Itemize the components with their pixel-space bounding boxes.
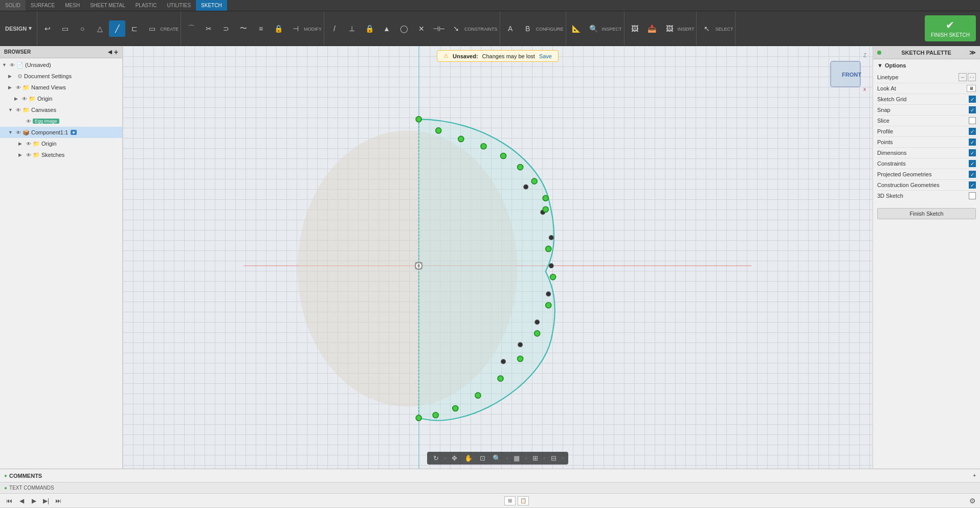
left-sidebar: BROWSER ◀ + ▼ 👁 📄 (Unsaved) ▶ ⚙ Document… [0,46,123,469]
timeline-icon-b[interactable]: 📋 [518,496,529,505]
lock-tool[interactable]: 🔒 [270,20,286,37]
svg-point-15 [549,264,553,268]
undo-tool[interactable]: ↩ [39,20,56,37]
3d-sketch-checkbox[interactable] [969,192,976,199]
zoom-icon[interactable]: 🔍 [491,453,503,463]
snap-checkbox[interactable]: ✓ [969,106,976,113]
constraints-checkbox[interactable]: ✓ [969,160,976,167]
constraint-lock[interactable]: 🔒 [361,20,377,37]
create-group: ↩ ▭ ○ △ ╱ ⊏ ▭ CREATE [37,11,181,45]
projected-geometries-label: Projected Geometries [877,171,931,177]
inspect-b[interactable]: 🔍 [586,20,602,37]
tree-item-egg-image[interactable]: 👁 Egg Image [0,116,122,127]
tab-mesh[interactable]: MESH [60,0,85,11]
triangle-tool[interactable]: △ [92,20,108,37]
timeline-icon-a[interactable]: ⊞ [504,496,516,505]
comments-bar: ● COMMENTS + [0,469,980,482]
grid-icon[interactable]: ⊞ [530,453,540,463]
sketch-canvas[interactable] [123,46,873,469]
finish-sketch-button[interactable]: ✔ FINISH SKETCH [925,15,976,41]
tree-item-unsaved[interactable]: ▼ 👁 📄 (Unsaved) [0,59,122,71]
constraint-perp[interactable]: ⊥ [344,20,360,37]
tree-item-component1[interactable]: ▼ 👁 📦 Component1:1 ● [0,127,122,138]
play-button[interactable]: ▶ [29,496,39,506]
linetype-control[interactable]: ─ - - [959,73,976,81]
tab-utilities[interactable]: UTILITIES [162,0,196,11]
sketch-grid-checkbox[interactable]: ✓ [969,96,976,103]
slot-tool[interactable]: ▭ [144,20,160,37]
tree-item-origin-1[interactable]: ▶ 👁 📁 Origin [0,93,122,104]
tab-surface[interactable]: SURFACE [26,0,60,11]
display-icon[interactable]: ▦ [511,453,522,463]
tab-bar: SOLID SURFACE MESH SHEET METAL PLASTIC U… [0,0,980,11]
snap-label: Snap [877,107,890,113]
go-to-start-button[interactable]: ⏮ [4,496,14,506]
inspect-measure[interactable]: 📐 [568,20,585,37]
tree-item-origin-2[interactable]: ▶ 👁 📁 Origin [0,138,122,149]
browser-collapse-icon[interactable]: ◀ [108,49,112,55]
design-dropdown[interactable]: DESIGN ▾ [0,11,37,45]
tab-solid[interactable]: SOLID [0,0,26,11]
constraint-arrow[interactable]: ➘ [448,20,464,37]
constraint-cross[interactable]: ✕ [413,20,430,37]
tab-sketch[interactable]: SKETCH [196,0,227,11]
tab-plastic[interactable]: PLASTIC [130,0,162,11]
save-button[interactable]: Save [539,53,552,59]
palette-row-lookat: Look At 🖥 [877,83,976,94]
dimensions-checkbox[interactable]: ✓ [969,149,976,156]
canvas-area[interactable]: ⚠ Unsaved: Changes may be lost Save [123,46,873,469]
slice-checkbox[interactable] [969,117,976,124]
projected-geometries-checkbox[interactable]: ✓ [969,171,976,178]
palette-collapse-icon[interactable]: ≫ [969,49,976,56]
insert-canvas[interactable]: 🖼 [627,20,643,37]
constraint-circle[interactable]: ◯ [396,20,412,37]
break-tool[interactable]: 〜 [235,20,252,37]
construction-geometries-checkbox[interactable]: ✓ [969,181,976,189]
svg-point-17 [535,320,540,325]
pan-icon[interactable]: ✥ [450,453,459,463]
step-forward-button[interactable]: ▶| [41,496,51,506]
tree-item-named-views[interactable]: ▶ 👁 📁 Named Views [0,82,122,93]
orbit-icon[interactable]: ↻ [431,453,441,463]
configure-a[interactable]: A [502,20,519,37]
configure-b[interactable]: B [520,20,536,37]
tree-item-canvases[interactable]: ▼ 👁 📁 Canvases [0,104,122,116]
zoom-fit-icon[interactable]: ⊡ [478,453,487,463]
view-icon[interactable]: ⊟ [549,453,559,463]
comments-toggle-icon[interactable]: + [973,473,976,478]
circle-tool[interactable]: ○ [74,20,91,37]
points-checkbox[interactable]: ✓ [969,138,976,146]
offset-tool[interactable]: ≡ [253,20,269,37]
go-to-end-button[interactable]: ⏭ [53,496,63,506]
tree-item-document-settings[interactable]: ▶ ⚙ Document Settings [0,71,122,82]
step-back-button[interactable]: ◀ [16,496,27,506]
palette-options-header[interactable]: ▼ Options [877,62,976,68]
linetype-dashed-icon[interactable]: - - [968,73,976,81]
tab-sheet-metal[interactable]: SHEET METAL [85,0,130,11]
insert-b[interactable]: 📥 [644,20,660,37]
tree-item-sketches[interactable]: ▶ 👁 📁 Sketches [0,149,122,160]
view-cube[interactable]: Z x FRONT [827,51,867,92]
constraint-triangle[interactable]: ▲ [378,20,395,37]
mirror-tool[interactable]: ⊣ [287,20,304,37]
constraint-mirror[interactable]: ⊣⊢ [431,20,447,37]
canvas-bottom-toolbar: ↻ ▾ ✥ ✋ ⊡ 🔍 ▾ ▦ ▾ ⊞ ▾ ⊟ ▾ [427,452,568,465]
rectangle-tool[interactable]: ▭ [57,20,73,37]
look-icon[interactable]: ✋ [462,453,475,463]
finish-sketch-palette-button[interactable]: Finish Sketch [877,208,976,219]
select-cursor[interactable]: ↖ [699,20,715,37]
fillet-tool[interactable]: ⌒ [183,20,199,37]
insert-c[interactable]: 🖼 [661,20,678,37]
lookat-control[interactable]: 🖥 [967,85,976,92]
bracket-tool[interactable]: ⊏ [126,20,143,37]
constraint-diag[interactable]: / [326,20,343,37]
lookat-icon[interactable]: 🖥 [967,85,976,92]
line-tool[interactable]: ╱ [109,20,125,37]
trim-tool[interactable]: ✂ [201,20,217,37]
linetype-solid-icon[interactable]: ─ [959,73,967,81]
profile-checkbox[interactable]: ✓ [969,128,976,135]
browser-add-icon[interactable]: + [114,48,118,56]
settings-gear-icon[interactable]: ⚙ [969,497,976,505]
construction-geometries-label: Construction Geometries [877,182,940,188]
extend-tool[interactable]: ⊃ [218,20,234,37]
